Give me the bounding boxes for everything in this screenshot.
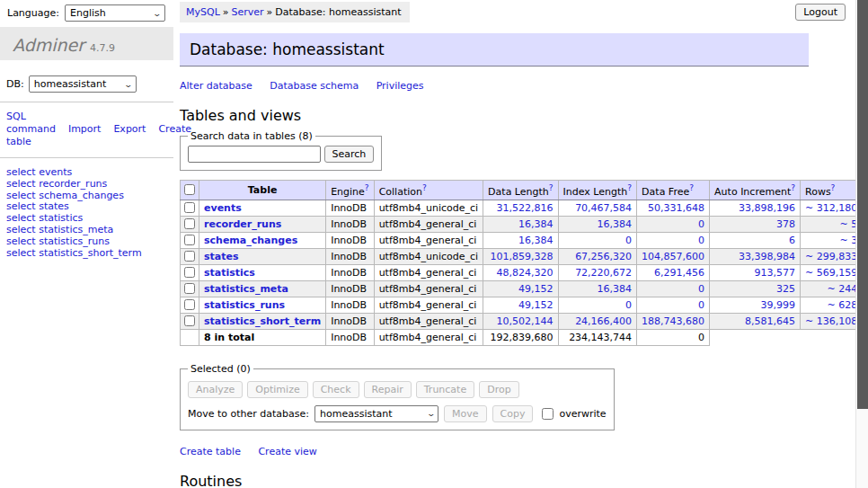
data-free-link[interactable]: 0 bbox=[698, 218, 704, 230]
row-checkbox[interactable] bbox=[184, 267, 195, 278]
row-checkbox[interactable] bbox=[184, 202, 195, 213]
search-input[interactable] bbox=[188, 146, 321, 163]
index-length-link[interactable]: 0 bbox=[625, 235, 632, 246]
move-database-select[interactable]: homeassistant ⌄ bbox=[314, 405, 438, 422]
auto-increment-link[interactable]: 8,581,645 bbox=[745, 315, 795, 327]
sidebar-item-select-recorder-runs[interactable]: select recorder_runs bbox=[6, 179, 167, 191]
auto-increment-link[interactable]: 6 bbox=[789, 235, 795, 246]
data-length-link[interactable]: 49,152 bbox=[518, 299, 554, 311]
rows-link[interactable]: ~ 628 bbox=[827, 299, 857, 311]
data-length-link[interactable]: 48,824,320 bbox=[497, 267, 554, 279]
rows-link[interactable]: ~ 136,108 bbox=[805, 315, 857, 327]
table-name-link[interactable]: events bbox=[204, 202, 242, 214]
create-view-link[interactable]: Create view bbox=[258, 446, 316, 457]
sidebar-link-import[interactable]: Import bbox=[68, 123, 102, 135]
sidebar-item-select-events[interactable]: select events bbox=[6, 167, 167, 179]
rows-link[interactable]: ~ 569,159 bbox=[805, 267, 857, 279]
overwrite-checkbox[interactable] bbox=[542, 408, 554, 420]
repair-button[interactable]: Repair bbox=[364, 381, 412, 398]
data-length-link[interactable]: 16,384 bbox=[518, 218, 554, 230]
help-link[interactable]: ? bbox=[791, 183, 795, 192]
search-button[interactable]: Search bbox=[324, 146, 375, 163]
help-link[interactable]: ? bbox=[831, 183, 836, 192]
analyze-button[interactable]: Analyze bbox=[188, 381, 243, 398]
row-checkbox[interactable] bbox=[184, 283, 195, 294]
rows-link[interactable]: ~ 312,180 bbox=[805, 202, 857, 214]
index-length-link[interactable]: 16,384 bbox=[598, 218, 633, 230]
data-free-link[interactable]: 0 bbox=[698, 283, 704, 295]
truncate-button[interactable]: Truncate bbox=[416, 381, 474, 398]
index-length-link[interactable]: 67,256,320 bbox=[575, 251, 632, 262]
sidebar-item-select-statistics-meta[interactable]: select statistics_meta bbox=[6, 225, 167, 236]
column-header-rows: Rows? bbox=[801, 181, 863, 200]
row-checkbox[interactable] bbox=[184, 235, 195, 245]
help-link[interactable]: ? bbox=[365, 183, 369, 192]
table-name-link[interactable]: statistics bbox=[204, 267, 255, 279]
language-select[interactable]: English ⌄ bbox=[65, 4, 165, 22]
sidebar-link-sql-command[interactable]: SQL command bbox=[6, 111, 56, 135]
data-free-link[interactable]: 6,291,456 bbox=[654, 267, 704, 279]
index-length-link[interactable]: 72,220,672 bbox=[575, 267, 632, 279]
help-link[interactable]: ? bbox=[549, 183, 554, 192]
alter-database-link[interactable]: Alter database bbox=[180, 80, 252, 92]
data-free-cell: 104,857,600 bbox=[637, 248, 710, 264]
auto-increment-link[interactable]: 913,577 bbox=[755, 267, 796, 279]
data-length-link[interactable]: 49,152 bbox=[518, 283, 554, 295]
rows-link[interactable]: ~ 299,833 bbox=[805, 251, 857, 262]
check-button[interactable]: Check bbox=[313, 381, 359, 398]
table-name-link[interactable]: states bbox=[204, 251, 239, 262]
row-checkbox[interactable] bbox=[184, 218, 195, 229]
db-select[interactable]: homeassistant ⌄ bbox=[29, 75, 137, 93]
sidebar-link-export[interactable]: Export bbox=[113, 123, 146, 135]
index-length-link[interactable]: 16,384 bbox=[598, 283, 633, 295]
vertical-scrollbar[interactable] bbox=[855, 0, 868, 488]
table-name-link[interactable]: statistics_short_term bbox=[204, 315, 321, 327]
data-free-link[interactable]: 188,743,680 bbox=[642, 315, 704, 327]
create-table-link[interactable]: Create table bbox=[180, 446, 241, 457]
db-label: DB: bbox=[6, 78, 24, 90]
data-length-link[interactable]: 101,859,328 bbox=[491, 251, 554, 262]
index-length-link[interactable]: 0 bbox=[625, 299, 632, 311]
index-length-link[interactable]: 70,467,584 bbox=[575, 202, 632, 214]
row-checkbox[interactable] bbox=[184, 251, 195, 262]
help-link[interactable]: ? bbox=[627, 183, 632, 192]
data-free-link[interactable]: 50,331,648 bbox=[648, 202, 704, 214]
breadcrumb-link-mysql[interactable]: MySQL bbox=[186, 6, 220, 18]
column-header-engine: Engine? bbox=[326, 181, 374, 200]
table-name-link[interactable]: statistics_runs bbox=[204, 299, 285, 311]
privileges-link[interactable]: Privileges bbox=[376, 80, 424, 92]
data-free-link[interactable]: 0 bbox=[698, 299, 704, 311]
data-length-link[interactable]: 16,384 bbox=[518, 235, 554, 246]
select-all-checkbox[interactable] bbox=[184, 184, 195, 195]
auto-increment-link[interactable]: 33,898,196 bbox=[739, 202, 795, 214]
auto-increment-link[interactable]: 39,999 bbox=[761, 299, 796, 311]
sidebar-item-select-statistics-short-term[interactable]: select statistics_short_term bbox=[6, 248, 167, 260]
data-free-link[interactable]: 104,857,600 bbox=[642, 251, 704, 262]
breadcrumb-link-server[interactable]: Server bbox=[232, 6, 264, 18]
data-free-cell: 6,291,456 bbox=[637, 264, 710, 280]
row-checkbox[interactable] bbox=[184, 315, 195, 326]
help-link[interactable]: ? bbox=[689, 183, 694, 192]
auto-increment-link[interactable]: 325 bbox=[776, 283, 795, 295]
auto-increment-link[interactable]: 33,398,984 bbox=[739, 251, 795, 262]
sidebar: Adminer 4.7.9 DB: homeassistant ⌄ SQL co… bbox=[0, 27, 173, 259]
move-button[interactable]: Move bbox=[444, 405, 487, 422]
index-length-link[interactable]: 24,166,400 bbox=[575, 315, 632, 327]
scrollbar-thumb[interactable] bbox=[857, 0, 868, 409]
sidebar-item-select-statistics-runs[interactable]: select statistics_runs bbox=[6, 236, 167, 248]
row-checkbox[interactable] bbox=[184, 299, 195, 310]
table-name-link[interactable]: schema_changes bbox=[204, 235, 297, 246]
data-length-link[interactable]: 10,502,144 bbox=[497, 315, 554, 327]
database-schema-link[interactable]: Database schema bbox=[270, 80, 359, 92]
table-name-link[interactable]: recorder_runs bbox=[204, 218, 281, 230]
rows-link[interactable]: ~ 244 bbox=[827, 283, 857, 295]
table-name-link[interactable]: statistics_meta bbox=[204, 283, 288, 295]
optimize-button[interactable]: Optimize bbox=[247, 381, 307, 398]
drop-button[interactable]: Drop bbox=[479, 381, 518, 398]
help-link[interactable]: ? bbox=[422, 183, 427, 192]
data-free-link[interactable]: 0 bbox=[698, 235, 704, 246]
engine-cell: InnoDB bbox=[326, 200, 374, 216]
data-length-link[interactable]: 31,522,816 bbox=[497, 202, 554, 214]
copy-button[interactable]: Copy bbox=[492, 405, 534, 422]
auto-increment-link[interactable]: 378 bbox=[776, 218, 795, 230]
